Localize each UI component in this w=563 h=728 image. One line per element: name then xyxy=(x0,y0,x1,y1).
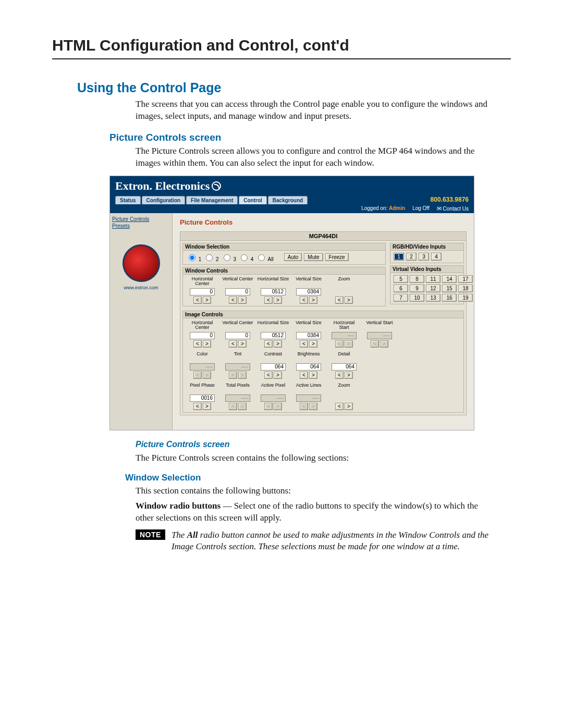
decrement-button[interactable]: < xyxy=(300,372,308,379)
virtual-input-17[interactable]: 17 xyxy=(458,275,473,283)
increment-button: > xyxy=(274,403,282,410)
virtual-input-10[interactable]: 10 xyxy=(410,294,424,302)
decrement-button[interactable]: < xyxy=(335,403,344,410)
tab-row: StatusConfigurationFile ManagementContro… xyxy=(115,196,469,204)
content-title: Picture Controls xyxy=(180,218,467,226)
virtual-input-11[interactable]: 11 xyxy=(426,275,440,283)
increment-button[interactable]: > xyxy=(309,372,317,379)
increment-button[interactable]: > xyxy=(274,372,282,379)
increment-button[interactable]: > xyxy=(345,297,353,304)
rgb-inputs-fieldset: RGB/HD/Video Inputs 1234 xyxy=(390,243,464,263)
virtual-input-9[interactable]: 9 xyxy=(410,285,424,292)
virtual-input-13[interactable]: 13 xyxy=(426,294,440,302)
rgb-input-4[interactable]: 4 xyxy=(431,253,442,261)
value-field[interactable]: 0 xyxy=(190,288,215,295)
virtual-input-15[interactable]: 15 xyxy=(442,285,457,292)
brand-title: Extron. Electronics xyxy=(115,179,469,193)
increment-button: > xyxy=(380,340,388,348)
tab-control[interactable]: Control xyxy=(239,196,267,204)
decrement-button: < xyxy=(229,403,237,410)
control-tint: Tint----<> xyxy=(222,352,254,379)
value-field[interactable]: 064 xyxy=(296,363,321,371)
value-field[interactable]: 0 xyxy=(225,332,250,339)
tab-file-management[interactable]: File Management xyxy=(186,196,238,204)
increment-button[interactable]: > xyxy=(203,297,211,304)
control-vertical-size: Vertical Size0384<> xyxy=(292,320,325,348)
freeze-button[interactable]: Freeze xyxy=(325,253,349,261)
tab-background[interactable]: Background xyxy=(268,196,308,204)
increment-button: > xyxy=(203,372,211,379)
decrement-button[interactable]: < xyxy=(193,403,202,410)
virtual-input-18[interactable]: 18 xyxy=(458,285,473,292)
contact-link[interactable]: Contact Us xyxy=(443,206,469,212)
increment-button[interactable]: > xyxy=(309,297,317,304)
increment-button[interactable]: > xyxy=(203,403,211,410)
logoff-link[interactable]: Log Off xyxy=(412,205,430,212)
value-field[interactable]: 0384 xyxy=(296,332,321,339)
value-field[interactable]: 0512 xyxy=(261,332,286,339)
increment-button[interactable]: > xyxy=(345,372,353,379)
value-field[interactable]: 0 xyxy=(190,332,215,339)
value-field[interactable]: 0512 xyxy=(261,288,286,295)
window-radio-definition: Window radio buttons — Select one of the… xyxy=(136,500,490,524)
value-field: ---- xyxy=(190,363,215,371)
window-radio-3[interactable]: 3 xyxy=(221,253,236,262)
mute-button[interactable]: Mute xyxy=(304,253,323,261)
window-radio-all[interactable]: All xyxy=(255,253,273,262)
virtual-input-5[interactable]: 5 xyxy=(394,275,408,283)
decrement-button[interactable]: < xyxy=(264,372,273,379)
virtual-input-16[interactable]: 16 xyxy=(442,294,457,302)
tab-status[interactable]: Status xyxy=(115,196,141,204)
tab-configuration[interactable]: Configuration xyxy=(142,196,186,204)
rgb-input-2[interactable]: 2 xyxy=(406,253,417,261)
virtual-input-12[interactable]: 12 xyxy=(426,285,440,292)
control-horizontal-size: Horizontal Size0512<> xyxy=(257,320,289,348)
window-radio-1[interactable]: 1 xyxy=(186,253,201,262)
value-field[interactable]: 064 xyxy=(332,363,357,371)
virtual-input-6[interactable]: 6 xyxy=(394,285,408,292)
decrement-button[interactable]: < xyxy=(264,340,273,348)
decrement-button[interactable]: < xyxy=(300,297,308,304)
value-field[interactable]: 0 xyxy=(225,288,250,295)
increment-button[interactable]: > xyxy=(309,340,317,348)
increment-button[interactable]: > xyxy=(274,340,282,348)
decrement-button[interactable]: < xyxy=(193,297,202,304)
window-radio-4[interactable]: 4 xyxy=(238,253,253,262)
decrement-button[interactable]: < xyxy=(300,340,308,348)
sidebar-presets[interactable]: Presets xyxy=(112,223,170,229)
note-badge: NOTE xyxy=(136,529,165,540)
decrement-button[interactable]: < xyxy=(229,297,237,304)
virtual-input-8[interactable]: 8 xyxy=(410,275,424,283)
increment-button: > xyxy=(345,340,353,348)
window-radio-2[interactable]: 2 xyxy=(203,253,218,262)
decrement-button[interactable]: < xyxy=(335,372,344,379)
decrement-button[interactable]: < xyxy=(229,340,237,348)
virtual-input-19[interactable]: 19 xyxy=(458,294,473,302)
auto-button[interactable]: Auto xyxy=(284,253,302,261)
control-color: Color----<> xyxy=(186,352,218,379)
increment-button[interactable]: > xyxy=(238,340,247,348)
value-field[interactable]: 0384 xyxy=(296,288,321,295)
sidebar: Picture Controls Presets www.extron.com xyxy=(110,213,173,430)
model-header: MGP464DI xyxy=(180,231,467,240)
section-paragraph: The screens that you can access through … xyxy=(136,98,490,122)
decrement-button[interactable]: < xyxy=(264,297,273,304)
control-zoom: Zoom<> xyxy=(328,383,360,410)
value-field: ---- xyxy=(367,332,392,339)
decrement-button[interactable]: < xyxy=(335,297,344,304)
window-selection-fieldset: Window Selection 1 2 3 4 AllAutoMuteFree… xyxy=(182,243,386,265)
increment-button[interactable]: > xyxy=(345,403,353,410)
value-field: ---- xyxy=(296,394,321,402)
decrement-button[interactable]: < xyxy=(193,340,202,348)
rgb-input-1[interactable]: 1 xyxy=(394,253,404,261)
increment-button[interactable]: > xyxy=(238,297,247,304)
rgb-input-3[interactable]: 3 xyxy=(419,253,429,261)
value-field[interactable]: 064 xyxy=(261,363,286,371)
increment-button[interactable]: > xyxy=(274,297,282,304)
virtual-input-7[interactable]: 7 xyxy=(394,294,408,302)
increment-button[interactable]: > xyxy=(203,340,211,348)
virtual-input-14[interactable]: 14 xyxy=(442,275,457,283)
sidebar-url: www.extron.com xyxy=(112,285,170,290)
value-field[interactable]: 0016 xyxy=(190,394,215,402)
sidebar-picture-controls[interactable]: Picture Controls xyxy=(112,216,170,222)
